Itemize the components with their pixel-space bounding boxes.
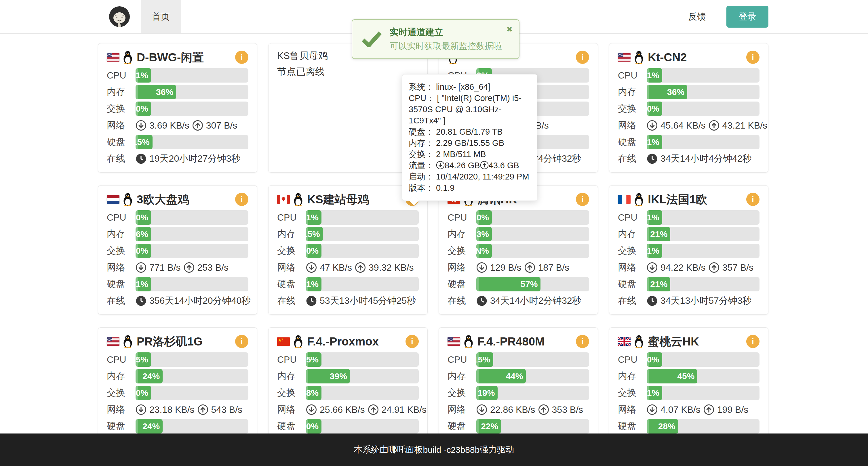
info-icon[interactable]: i [576,193,589,206]
net-label: 网络 [107,261,135,274]
net-row: 网络 22.86 KB/s 353 B/s [447,402,589,417]
nav-home-tab[interactable]: 首页 [141,0,181,33]
server-stats: CPU 1% 内存 36% 交换 0% 网络 [618,68,760,166]
uptime-text: 34天14小时4分钟42秒 [647,153,752,165]
tooltip-row: 硬盘：20.81 GB/1.79 TB [409,126,531,137]
net-up-value: 353 B/s [552,404,583,415]
mem-label: 内存 [277,370,306,382]
disk-bar-fill: 28% [647,419,678,433]
tooltip-row-label: 流量： [409,161,434,170]
disk-bar: 15% [135,135,248,149]
net-up-value: 307 B/s [206,120,238,131]
nav-home-label: 首页 [152,11,170,23]
disk-bar-fill: 10% [306,419,321,433]
success-check-icon [361,31,382,47]
toast-notification: 实时通道建立 可以实时获取最新监控数据啦 ✖ [352,19,520,59]
card-header: Kt-CN2 i [618,49,760,65]
mem-bar-fill: 24% [135,369,163,384]
info-icon[interactable]: i [746,193,760,206]
site-logo[interactable] [98,0,141,33]
swap-row: 交换 0% [618,102,760,116]
net-up-value: 543 B/s [211,404,243,415]
server-name: Kt-CN2 [648,51,687,64]
mem-percent: 3% [476,229,489,239]
card-header: F.4.-PR480M i [447,333,589,350]
online-row: 在线 53天13小时45分钟25秒 [277,294,419,308]
info-icon[interactable]: i [405,335,419,348]
swap-percent: 1% [647,388,659,398]
uptime-value: 34天14小时2分钟32秒 [490,295,581,307]
mem-label: 内存 [277,228,306,240]
info-icon[interactable]: i [235,193,248,206]
cpu-label: CPU [277,212,306,223]
net-row: 网络 771 B/s 253 B/s [107,260,248,275]
disk-percent: 22% [481,422,498,431]
swap-bar-fill: 0% [135,244,151,258]
swap-bar: 0% [647,102,760,116]
close-icon[interactable]: ✖ [506,26,513,33]
net-up-value: 39.32 KB/s [369,262,414,273]
swap-percent: 19% [477,388,495,398]
swap-percent: 0% [136,246,148,256]
disk-row: 硬盘 15% [107,135,248,149]
info-icon[interactable]: i [746,51,760,64]
download-icon [647,262,658,273]
mem-row: 内存 6% [107,227,248,241]
panel-name-link[interactable]: 哪吒面板 [389,444,423,456]
cpu-label: CPU [107,355,135,365]
info-icon[interactable]: i [576,335,589,348]
mem-row: 内存 36% [107,85,248,99]
upload-icon [703,404,714,415]
mem-row: 内存 44% [447,369,589,384]
upload-icon [184,262,194,273]
disk-label: 硬盘 [107,278,135,291]
mem-percent: 6% [136,229,148,239]
cpu-bar: 0% [647,353,760,367]
net-down-value: 25.66 KB/s [320,404,365,415]
swap-bar-fill: 19% [476,386,498,400]
mem-row: 内存 45% [618,369,760,384]
info-icon[interactable]: i [746,335,760,348]
net-label: 网络 [277,403,306,416]
linux-os-icon [293,193,304,206]
cpu-percent: 5% [136,355,148,364]
net-text: 23.18 KB/s 543 B/s [135,404,242,415]
build-hash-link[interactable]: c23b88b [446,445,479,455]
cpu-label: CPU [618,212,647,223]
net-down-value: 3.69 KB/s [149,120,189,131]
net-up-value: 43.21 KB/s [722,120,768,131]
uptime-text: 53天13小时45分钟25秒 [306,295,416,307]
footer: 本系统由 哪吒面板 build · c23b88b 强力驱动 [0,433,868,466]
cpu-bar: 1% [647,210,760,225]
net-label: 网络 [447,403,476,416]
cpu-label: CPU [618,355,647,365]
mem-label: 内存 [107,228,135,240]
net-row: 网络 4.07 KB/s 199 B/s [618,402,760,417]
cpu-row: CPU 1% [618,210,760,225]
info-icon[interactable]: i [235,335,248,348]
tooltip-row-value: 0.1.9 [436,183,455,193]
net-label: 网络 [107,119,135,132]
mem-label: 内存 [107,370,135,382]
disk-bar: 1% [135,277,248,291]
net-row: 网络 3.69 KB/s 307 B/s [107,118,248,133]
offline-message: 节点已离线 [277,65,419,78]
upload-icon [355,262,366,273]
net-row: 网络 23.18 KB/s 543 B/s [107,402,248,417]
disk-label: 硬盘 [447,420,476,433]
login-button[interactable]: 登录 [726,6,768,28]
swap-row: 交换 8% [277,386,419,400]
server-card: Kt-CN2 i CPU 1% 内存 36% 交换 0% [609,43,768,173]
mem-bar: 36% [135,85,248,99]
net-text: 47 KB/s 39.32 KB/s [306,262,414,273]
server-info-tooltip: 系统：linux- [x86_64]CPU：[ "Intel(R) Core(T… [402,74,537,201]
disk-label: 硬盘 [277,278,306,291]
mem-bar: 15% [306,227,419,241]
swap-row: 交换 0% [107,386,248,400]
nav-feedback-link[interactable]: 反馈 [677,0,717,33]
cpu-bar: 0% [476,210,589,225]
info-icon[interactable]: i [576,51,589,64]
country-flag-icon [277,195,290,204]
mem-bar-fill: 45% [647,369,698,384]
info-icon[interactable]: i [235,51,248,64]
